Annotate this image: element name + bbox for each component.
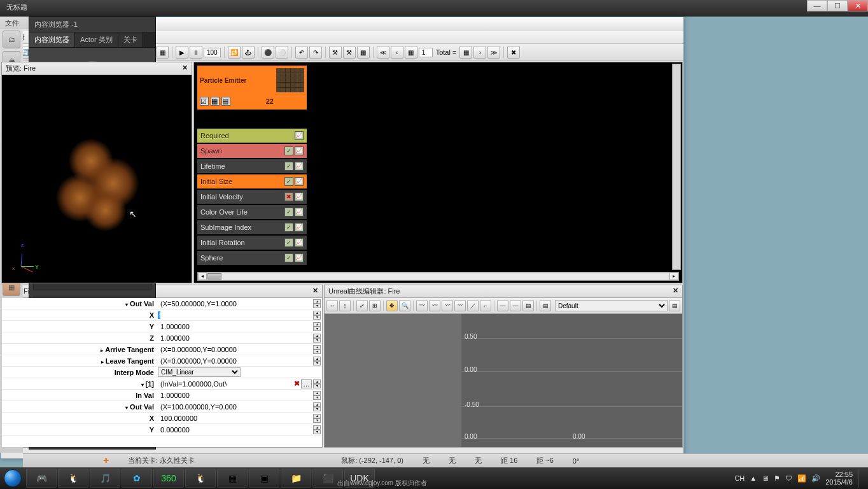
curve-linear-icon[interactable]: ／ <box>467 300 479 311</box>
spinner-icon[interactable]: ▴▾ <box>313 391 321 400</box>
toolbar-color-icon[interactable]: ⚫ <box>262 46 274 59</box>
module-disabled-icon[interactable]: ✖ <box>284 192 293 201</box>
curve-showall-icon[interactable]: ▤ <box>522 300 534 311</box>
module-spawn[interactable]: Spawn✓📈 <box>197 144 307 158</box>
cb-tab-level[interactable]: 关卡 <box>118 32 143 47</box>
emitter-toggle-icon[interactable]: ☑ <box>200 97 209 106</box>
tray-icon[interactable]: 🖥 <box>762 474 769 482</box>
curve-pan-icon[interactable]: ✥ <box>386 300 398 311</box>
module-graph-icon[interactable]: 📈 <box>295 208 304 216</box>
module-toggle-icon[interactable]: ✓ <box>284 253 293 262</box>
module-graph-icon[interactable]: 📈 <box>295 162 304 171</box>
bg-menu-file[interactable]: 文件 <box>0 17 29 29</box>
taskbar-app[interactable]: ▣ <box>249 469 279 488</box>
show-desktop-button[interactable] <box>858 469 863 488</box>
curve-autoclamp-icon[interactable]: 〰 <box>429 300 440 311</box>
module-graph-icon[interactable]: 📈 <box>295 131 304 140</box>
module-graph-icon[interactable]: 📈 <box>295 177 304 186</box>
emitter-toggle-icon[interactable]: ▤ <box>221 97 230 106</box>
toolbar-sphere-icon[interactable]: ⚪ <box>276 46 288 59</box>
curve-straighten-icon[interactable]: — <box>510 300 521 311</box>
toolbar-lod-current-icon[interactable]: ▦ <box>357 46 370 59</box>
cascade-minimize[interactable]: — <box>807 0 827 11</box>
curve-user-icon[interactable]: 〰 <box>442 300 453 311</box>
curve-auto-icon[interactable]: 〰 <box>416 300 428 311</box>
spinner-icon[interactable]: ▴▾ <box>313 299 321 308</box>
module-graph-icon[interactable]: 📈 <box>295 253 304 262</box>
module-graph-icon[interactable]: 📈 <box>295 192 304 201</box>
add-point-icon[interactable]: … <box>301 379 312 388</box>
module-toggle-icon[interactable]: ✓ <box>284 177 293 186</box>
property-row[interactable]: Interp ModeCIM_Linear <box>2 367 322 378</box>
property-row[interactable]: Y0.000000▴▾ <box>2 424 322 436</box>
property-row[interactable]: Arrive Tangent(X=0.000000,Y=0.000000,Z=0… <box>2 344 322 355</box>
curve-fit-h-icon[interactable]: ↔ <box>326 300 338 311</box>
toolbar-pause-icon[interactable]: ⏸ <box>190 46 202 59</box>
emitter-vscrollbar[interactable] <box>672 64 681 270</box>
toolbar-undo2-icon[interactable]: ↶ <box>295 46 308 59</box>
toolbar-lod-input[interactable] <box>419 48 433 57</box>
spinner-icon[interactable]: ▴▾ <box>313 402 321 411</box>
start-button[interactable] <box>0 467 25 489</box>
spinner-icon[interactable]: ▴▾ <box>313 322 321 331</box>
spinner-icon[interactable]: ▴▾ <box>313 379 321 388</box>
module-lifetime[interactable]: Lifetime✓📈 <box>197 159 307 173</box>
curve-flatten-icon[interactable]: — <box>497 300 508 311</box>
taskbar-app[interactable]: ▦ <box>217 469 248 488</box>
toolbar-lod-first-icon[interactable]: ≪ <box>377 46 389 59</box>
delete-point-icon[interactable]: ✖ <box>293 379 301 388</box>
taskbar-app[interactable]: 📁 <box>281 469 311 488</box>
tray-icon[interactable]: 🔊 <box>811 474 820 483</box>
toolbar-lod-next-icon[interactable]: › <box>473 46 486 59</box>
preview-close-icon[interactable]: ✕ <box>182 64 188 73</box>
module-graph-icon[interactable]: 📈 <box>295 238 304 247</box>
taskbar-app[interactable]: 🐧 <box>185 469 216 488</box>
module-graph-icon[interactable]: 📈 <box>295 223 304 232</box>
toolbar-lod-prev-icon[interactable]: ‹ <box>391 46 403 59</box>
spinner-icon[interactable]: ▴▾ <box>313 345 321 354</box>
toolbar-lod-add-icon[interactable]: ▦ <box>405 46 417 59</box>
module-initial-velocity[interactable]: Initial Velocity✖📈 <box>197 190 307 204</box>
scroll-thumb[interactable] <box>207 273 221 280</box>
module-initial-size[interactable]: Initial Size✓📈 <box>197 174 307 188</box>
taskbar-app[interactable]: 🎮 <box>26 469 57 488</box>
toolbar-play-icon[interactable]: ▶ <box>176 46 188 59</box>
toolbar-lod-delete-icon[interactable]: ✖ <box>507 46 520 59</box>
toolbar-redo2-icon[interactable]: ↷ <box>309 46 322 59</box>
taskbar-app[interactable]: ✿ <box>122 469 152 488</box>
curve-fit-icon[interactable]: ⤢ <box>356 300 368 311</box>
toolbar-speed-value[interactable]: 100 <box>204 48 221 57</box>
taskbar-app[interactable]: 360 <box>153 469 184 488</box>
module-toggle-icon[interactable]: ✓ <box>284 208 293 216</box>
property-row[interactable]: Leave Tangent(X=0.000000,Y=0.000000,Z=0.… <box>2 355 322 367</box>
spinner-icon[interactable]: ▴▾ <box>313 357 321 365</box>
toolbar-lod-last-icon[interactable]: ≫ <box>487 46 500 59</box>
interp-mode-select[interactable]: CIM_Linear <box>158 367 241 377</box>
property-row[interactable]: Out Val(X=100.000000,Y=0.000000,Z=0.000▴… <box>2 401 322 413</box>
module-required[interactable]: Required📈 <box>197 129 307 143</box>
property-row[interactable]: Z1.000000▴▾ <box>2 332 322 344</box>
tray-icon[interactable]: ⚑ <box>774 474 780 483</box>
curve-savetab-icon[interactable]: ▤ <box>669 300 680 311</box>
module-toggle-icon[interactable]: ✓ <box>284 238 293 247</box>
tool-icon[interactable]: 🗂 <box>3 31 20 48</box>
curve-close-icon[interactable]: ✕ <box>673 287 678 296</box>
curve-break-icon[interactable]: 〰 <box>454 300 466 311</box>
taskbar-app[interactable]: 🎵 <box>90 469 120 488</box>
emitter-hscrollbar[interactable]: ◂ ▸ <box>197 272 679 281</box>
scroll-left-icon[interactable]: ◂ <box>198 273 207 280</box>
toolbar-realtime-icon[interactable]: 🕹 <box>242 46 255 59</box>
curve-constant-icon[interactable]: ⌐ <box>480 300 491 311</box>
ime-indicator[interactable]: CH <box>734 474 745 482</box>
emitter-header[interactable]: Particle Emitter <box>197 66 307 95</box>
cascade-close[interactable]: ✕ <box>848 0 868 11</box>
property-row[interactable]: Y1.000000▴▾ <box>2 321 322 332</box>
tray-icon[interactable]: ▲ <box>750 474 757 482</box>
toolbar-grid-icon[interactable]: ▦ <box>156 46 169 59</box>
taskbar-app[interactable]: 🐧 <box>58 469 88 488</box>
tray-icon[interactable]: 🛡 <box>785 474 792 482</box>
cascade-maximize[interactable]: ☐ <box>827 0 848 11</box>
spinner-icon[interactable]: ▴▾ <box>313 334 321 343</box>
tray-icon[interactable]: 📶 <box>797 474 806 483</box>
property-row[interactable]: In Val1.000000▴▾ <box>2 390 322 401</box>
